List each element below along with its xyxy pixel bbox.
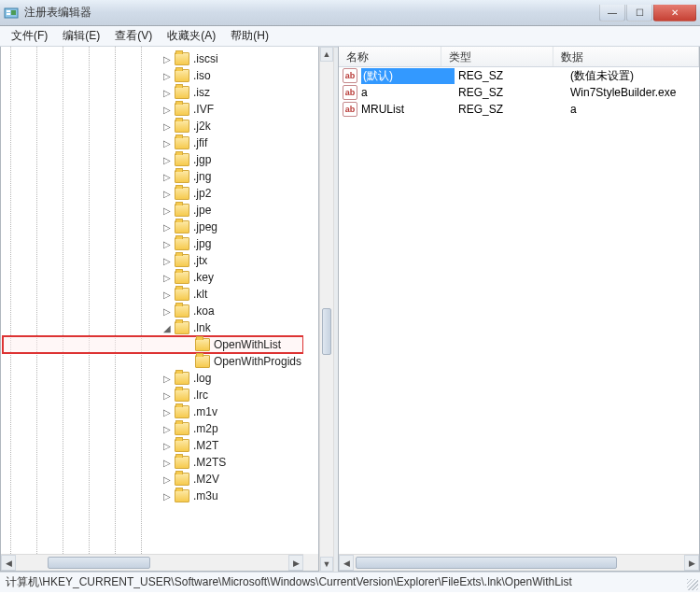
tree-item[interactable]: ▷.jpeg [3,219,303,235]
expand-icon[interactable]: ▷ [161,238,173,249]
list-row[interactable]: abaREG_SZWin7StyleBuilder.exe [339,84,699,101]
expand-icon[interactable]: ▷ [161,423,173,434]
tree-item[interactable]: ▷.M2TS [3,454,303,471]
expand-icon[interactable]: ▷ [161,120,173,132]
tree-item[interactable]: ▷.log [3,370,303,387]
tree-item[interactable]: ▷.iso [3,67,303,84]
list-horizontal-scrollbar[interactable]: ◀ ▶ [339,554,699,571]
expand-icon[interactable]: ▷ [161,255,173,266]
tree-item[interactable]: ▷.jp2 [3,185,303,202]
window-close-button[interactable]: ✕ [653,5,696,21]
tree-item-label: .iscsi [193,52,218,65]
folder-icon [175,372,189,385]
expand-icon[interactable]: ▷ [161,490,173,502]
expand-icon[interactable]: ▷ [161,137,173,148]
expand-icon[interactable]: ▷ [161,305,173,317]
tree-item[interactable]: ▷.jfif [3,134,303,151]
values-pane: 名称 类型 数据 ab(默认)REG_SZ(数值未设置)abaREG_SZWin… [338,47,700,572]
value-name: (默认) [361,68,455,84]
tree-item[interactable]: ▷.jtx [3,252,303,269]
values-list[interactable]: ab(默认)REG_SZ(数值未设置)abaREG_SZWin7StyleBui… [339,67,699,118]
tree-item[interactable]: ▷.lrc [3,387,303,403]
scroll-right-arrow-icon[interactable]: ▶ [684,555,699,571]
tree-item[interactable]: ▷.M2V [3,471,303,488]
expand-icon[interactable]: ▷ [161,53,173,64]
tree-item-label: .jpeg [193,220,217,233]
expand-icon[interactable]: ▷ [161,87,173,98]
expand-icon[interactable]: ▷ [161,440,173,451]
window-maximize-button[interactable]: ☐ [626,5,652,21]
tree-item[interactable]: ▷.key [3,269,303,286]
scroll-right-arrow-icon[interactable]: ▶ [288,555,303,571]
folder-icon [175,52,189,65]
tree-vertical-scrollbar[interactable]: ▲ ▼ [319,47,334,572]
list-header: 名称 类型 数据 [339,47,699,67]
scroll-thumb[interactable] [48,557,150,569]
menu-edit[interactable]: 编辑(E) [55,26,107,46]
window-minimize-button[interactable]: — [599,5,625,21]
expand-icon[interactable]: ▷ [161,389,173,401]
tree-item[interactable]: ▷.jng [3,168,303,185]
tree-item[interactable]: ▷.jgp [3,151,303,168]
value-type: REG_SZ [455,86,567,99]
expand-icon[interactable]: ▷ [161,171,173,182]
expand-icon[interactable]: ▷ [161,289,173,300]
menu-help[interactable]: 帮助(H) [223,26,276,46]
window-title: 注册表编辑器 [24,5,599,21]
scroll-thumb[interactable] [322,308,331,355]
expand-icon[interactable]: ▷ [161,457,173,468]
tree-item[interactable]: ▷.m2p [3,420,303,437]
tree-item[interactable]: OpenWithList [3,336,303,353]
tree-item[interactable]: ▷.klt [3,286,303,303]
menu-favorites[interactable]: 收藏夹(A) [160,26,223,46]
tree-item[interactable]: ▷.j2k [3,118,303,134]
tree-item[interactable]: ▷.jpg [3,235,303,252]
column-header-name[interactable]: 名称 [339,47,441,66]
expand-icon[interactable]: ▷ [161,188,173,199]
expand-icon[interactable]: ▷ [161,272,173,283]
list-row[interactable]: ab(默认)REG_SZ(数值未设置) [339,67,699,84]
value-data: a [567,103,695,116]
tree-item[interactable]: ◢.lnk [3,319,303,336]
tree-item[interactable]: ▷.jpe [3,202,303,219]
no-expand-icon [182,339,193,350]
scroll-left-arrow-icon[interactable]: ◀ [1,555,16,571]
scroll-down-arrow-icon[interactable]: ▼ [320,557,333,572]
expand-icon[interactable]: ▷ [161,205,173,216]
expand-icon[interactable]: ▷ [161,221,173,233]
regedit-icon [4,6,19,21]
tree-item[interactable]: ▷.isz [3,84,303,101]
tree-item[interactable]: ▷.iscsi [3,50,303,67]
value-data: Win7StyleBuilder.exe [567,86,695,99]
tree-item[interactable]: ▷.m1v [3,403,303,420]
tree-item-label: .jp2 [193,187,211,200]
collapse-icon[interactable]: ◢ [161,322,173,333]
expand-icon[interactable]: ▷ [161,70,173,81]
tree-item-label: .jfif [193,136,207,149]
registry-tree[interactable]: ▷.iscsi▷.iso▷.isz▷.IVF▷.j2k▷.jfif▷.jgp▷.… [1,47,303,554]
column-header-data[interactable]: 数据 [553,47,699,66]
tree-horizontal-scrollbar[interactable]: ◀ ▶ [1,554,303,571]
list-row[interactable]: abMRUListREG_SZa [339,101,699,118]
folder-icon [195,338,210,351]
expand-icon[interactable]: ▷ [161,406,173,417]
tree-item[interactable]: ▷.IVF [3,101,303,118]
expand-icon[interactable]: ▷ [161,154,173,165]
tree-item[interactable]: OpenWithProgids [3,353,303,370]
tree-item[interactable]: ▷.M2T [3,437,303,454]
scroll-left-arrow-icon[interactable]: ◀ [339,555,354,571]
value-name: a [361,86,455,99]
menu-view[interactable]: 查看(V) [107,26,160,46]
tree-pane: ▷.iscsi▷.iso▷.isz▷.IVF▷.j2k▷.jfif▷.jgp▷.… [0,47,319,572]
folder-icon [175,254,189,267]
expand-icon[interactable]: ▷ [161,373,173,384]
tree-item[interactable]: ▷.koa [3,303,303,319]
column-header-type[interactable]: 类型 [441,47,553,66]
scroll-thumb[interactable] [356,557,617,569]
tree-item[interactable]: ▷.m3u [3,488,303,504]
menu-file[interactable]: 文件(F) [4,26,55,46]
scroll-up-arrow-icon[interactable]: ▲ [320,47,333,62]
expand-icon[interactable]: ▷ [161,474,173,485]
tree-item-label: .log [193,372,211,385]
expand-icon[interactable]: ▷ [161,104,173,115]
